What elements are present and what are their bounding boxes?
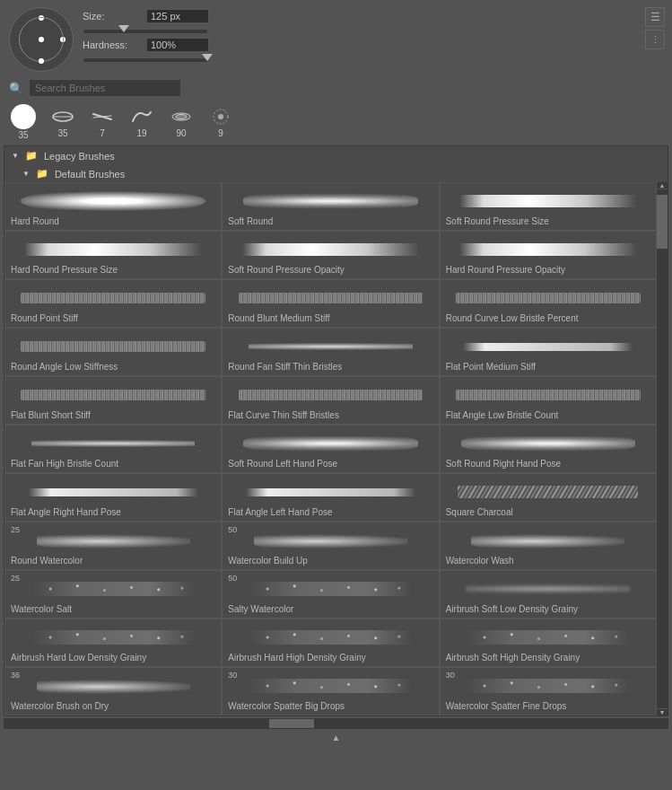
brush-cell[interactable]: Round Curve Low Bristle Percent [440, 279, 657, 328]
category-icon-round [11, 104, 36, 129]
brush-cell[interactable]: 25 Watercolor Salt [4, 570, 222, 619]
brush-name: Airbrush Soft Low Density Grainy [446, 604, 650, 615]
category-item-bristle5[interactable]: 9 [203, 104, 239, 140]
panel-menu-button[interactable]: ☰ [645, 7, 665, 27]
brush-name: Flat Point Medium Stiff [446, 362, 650, 373]
brush-cell[interactable]: Square Charcoal [440, 473, 657, 522]
size-slider-row [83, 27, 209, 34]
horizontal-scrollbar[interactable] [4, 718, 668, 729]
brush-cell[interactable]: Round Fan Stiff Thin Bristles [222, 328, 439, 376]
size-slider-track[interactable] [83, 29, 208, 34]
brush-cell[interactable]: Flat Angle Left Hand Pose [222, 473, 439, 522]
search-icon: 🔍 [9, 82, 23, 95]
svg-point-7 [218, 114, 223, 119]
folder-icon-default: 📁 [36, 168, 48, 180]
scroll-down-button[interactable]: ▼ [657, 708, 668, 715]
size-row: Size: [83, 9, 209, 23]
hardness-slider-track[interactable] [83, 57, 208, 63]
brushes-grid: Hard Round Soft Round Soft Round Pressur… [4, 182, 657, 715]
horizontal-scroll-thumb[interactable] [269, 719, 314, 728]
category-icon-bristle4 [169, 106, 194, 127]
brush-name: Hard Round Pressure Size [11, 265, 215, 276]
category-item-bristle1[interactable]: 35 [45, 104, 81, 140]
brush-preview[interactable] [9, 7, 74, 72]
category-item-round[interactable]: 35 [5, 102, 41, 142]
panel-settings-button[interactable]: ⋮ [645, 30, 665, 49]
brush-cell[interactable]: Flat Angle Low Bristle Count [440, 376, 657, 425]
brush-name: Watercolor Brush on Dry [11, 701, 215, 712]
scrollbar-track[interactable]: ▲ ▼ [657, 182, 668, 715]
hardness-label: Hardness: [83, 40, 141, 50]
brush-cell[interactable]: Flat Fan High Bristle Count [4, 425, 222, 473]
brush-name: Flat Curve Thin Stiff Bristles [228, 410, 432, 421]
brush-cell[interactable]: Round Angle Low Stiffness [4, 328, 222, 376]
brush-cell[interactable]: 50 Watercolor Build Up [222, 522, 439, 570]
brush-settings-panel: Size: Hardness: ☰ ⋮ [0, 0, 672, 75]
brush-cell[interactable]: 50 Salty Watercolor [222, 570, 439, 619]
brush-name: Soft Round Pressure Opacity [228, 265, 432, 276]
panel-buttons: ☰ ⋮ [645, 7, 665, 49]
brush-name: Round Fan Stiff Thin Bristles [228, 362, 432, 373]
brush-name: Round Angle Low Stiffness [11, 362, 215, 373]
brush-cell[interactable]: 30 Watercolor Spatter Big Drops [222, 667, 439, 715]
brush-name: Flat Blunt Short Stiff [11, 410, 215, 421]
scrollbar-thumb[interactable] [657, 195, 668, 249]
category-count-4: 90 [176, 128, 186, 138]
size-input[interactable] [146, 9, 209, 23]
brush-cell[interactable]: Flat Blunt Short Stiff [4, 376, 222, 425]
brush-name: Watercolor Salt [11, 604, 215, 615]
category-count-5: 9 [218, 128, 223, 138]
brush-name: Airbrush Hard High Density Grainy [228, 653, 432, 663]
brush-cell[interactable]: Airbrush Hard Low Density Grainy [4, 619, 222, 667]
brush-cell[interactable]: Flat Point Medium Stiff [440, 328, 657, 376]
brush-cell[interactable]: Soft Round Pressure Opacity [222, 231, 439, 279]
category-item-bristle3[interactable]: 19 [124, 104, 160, 140]
brush-cell[interactable]: Hard Round Pressure Size [4, 231, 222, 279]
category-item-bristle4[interactable]: 90 [163, 104, 199, 140]
brush-cell[interactable]: Soft Round Right Hand Pose [440, 425, 657, 473]
brush-cell[interactable]: Flat Angle Right Hand Pose [4, 473, 222, 522]
hardness-row: Hardness: [83, 38, 209, 52]
legacy-brushes-header[interactable]: ▼ 📁 Legacy Brushes [4, 146, 668, 165]
brush-cell[interactable]: Soft Round Pressure Size [440, 182, 657, 231]
legacy-brushes-label: Legacy Brushes [44, 151, 115, 162]
brush-name: Round Curve Low Bristle Percent [446, 313, 650, 324]
brush-list-container: ▼ 📁 Legacy Brushes ▼ 📁 Default Brushes H… [4, 145, 668, 716]
brush-cell[interactable]: Soft Round Left Hand Pose [222, 425, 439, 473]
brush-cell[interactable]: Airbrush Hard High Density Grainy [222, 619, 439, 667]
brush-name: Round Blunt Medium Stiff [228, 313, 432, 324]
brush-cell[interactable]: Airbrush Soft Low Density Grainy [440, 570, 657, 619]
brushes-grid-wrapper: Hard Round Soft Round Soft Round Pressur… [4, 182, 668, 715]
brush-name: Airbrush Hard Low Density Grainy [11, 653, 215, 663]
brush-cell[interactable]: Airbrush Soft High Density Grainy [440, 619, 657, 667]
brush-name: Hard Round [11, 216, 215, 227]
search-input[interactable] [29, 79, 181, 97]
brush-cell[interactable]: 30 Watercolor Spatter Fine Drops [440, 667, 657, 715]
category-item-bristle2[interactable]: 7 [84, 104, 120, 140]
brush-cell[interactable]: Flat Curve Thin Stiff Bristles [222, 376, 439, 425]
brush-name: Watercolor Build Up [228, 556, 432, 566]
hardness-slider-thumb[interactable] [202, 54, 213, 61]
size-slider-thumb[interactable] [118, 25, 129, 32]
category-icon-bristle3 [129, 106, 154, 127]
brush-name: Airbrush Soft High Density Grainy [446, 653, 650, 663]
category-icon-bristle2 [90, 106, 115, 127]
brush-cell[interactable]: Hard Round [4, 182, 222, 231]
brush-cell[interactable]: Watercolor Wash [440, 522, 657, 570]
brush-cell[interactable]: Round Blunt Medium Stiff [222, 279, 439, 328]
default-brushes-header[interactable]: ▼ 📁 Default Brushes [4, 165, 668, 182]
scroll-up-button[interactable]: ▲ [657, 182, 668, 189]
hardness-input[interactable] [146, 38, 209, 52]
search-row: 🔍 [0, 75, 672, 101]
brush-cell[interactable]: Round Point Stiff [4, 279, 222, 328]
brush-cell[interactable]: Hard Round Pressure Opacity [440, 231, 657, 279]
brush-cell[interactable]: Soft Round [222, 182, 439, 231]
brush-name: Flat Angle Right Hand Pose [11, 507, 215, 518]
brush-cell[interactable]: 36 Watercolor Brush on Dry [4, 667, 222, 715]
folder-icon-legacy: 📁 [25, 150, 38, 162]
brush-cell[interactable]: 25 Round Watercolor [4, 522, 222, 570]
brush-name: Soft Round Right Hand Pose [446, 459, 650, 470]
brush-name: Watercolor Spatter Big Drops [228, 701, 432, 712]
svg-point-5 [176, 115, 187, 119]
brush-name: Hard Round Pressure Opacity [446, 265, 650, 276]
